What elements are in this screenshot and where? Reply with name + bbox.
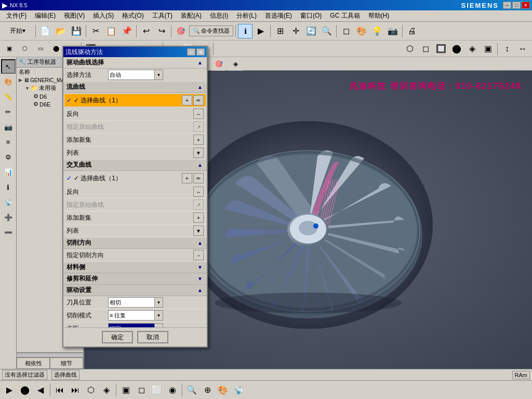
select-method-arrow[interactable]: ▼ <box>155 70 163 80</box>
minimize-button[interactable]: ─ <box>503 2 511 9</box>
new-button[interactable]: 📄 <box>38 24 52 38</box>
menu-assembly[interactable]: 装配(A) <box>177 10 206 21</box>
flow-curve-collapse[interactable]: ▲ <box>196 84 204 91</box>
bt-icon5[interactable]: ⏭ <box>68 383 83 397</box>
bt-icon13[interactable]: ⊕ <box>200 383 215 397</box>
bt-icon15[interactable]: 📡 <box>231 383 246 397</box>
snap-button[interactable]: 🎯 <box>174 24 188 38</box>
viewport-icon2[interactable]: 🎯 <box>211 57 226 71</box>
material-collapse[interactable]: ▼ <box>196 264 204 271</box>
selected-flow-curve-row[interactable]: ✓ ✓ 选择曲线（1） + ✏ <box>64 94 206 107</box>
minus-icon[interactable]: ➖ <box>1 225 16 240</box>
cross-list-row[interactable]: 列表 ▼ <box>63 224 207 237</box>
orient-icon2[interactable]: ↔ <box>515 42 530 56</box>
color-icon[interactable]: 🎨 <box>1 74 16 89</box>
redo-button[interactable]: ↪ <box>154 24 169 38</box>
print-button[interactable]: 🖨 <box>405 24 419 38</box>
render-button[interactable]: 🎨 <box>354 24 369 38</box>
selected-cross-curve-row[interactable]: ✓ ✓ 选择曲线（1） + ✏ <box>64 172 206 184</box>
step-select[interactable]: 恒定 <box>108 323 155 327</box>
dialog-title-buttons[interactable]: ─ ✕ <box>187 48 205 56</box>
detail-button[interactable]: 细节 <box>50 357 83 369</box>
build-icon[interactable]: ⚙ <box>1 150 16 164</box>
close-button[interactable]: ✕ <box>522 2 530 9</box>
dialog-min-button[interactable]: ─ <box>187 48 195 56</box>
cross-addset-btn[interactable]: + <box>193 212 204 223</box>
edit-icon[interactable]: ✏ <box>1 104 16 119</box>
bt-icon9[interactable]: ◻ <box>134 383 149 397</box>
cancel-button[interactable]: 取消 <box>137 331 168 343</box>
view-icon1[interactable]: ⬡ <box>403 42 417 56</box>
menu-view[interactable]: 视图(V) <box>60 10 89 21</box>
layers-icon[interactable]: ≡ <box>1 135 16 149</box>
bt-icon11[interactable]: ◉ <box>165 383 180 397</box>
menu-info[interactable]: 信息(I) <box>206 10 232 21</box>
rotate-button[interactable]: 🔄 <box>304 24 318 38</box>
flow-reverse-btns[interactable]: ↔ <box>193 109 204 119</box>
trim-collapse[interactable]: ▼ <box>196 275 204 283</box>
tb2-icon2[interactable]: ⬡ <box>18 42 32 56</box>
title-bar-buttons[interactable]: ─ □ ✕ <box>503 2 530 9</box>
flow-addset-row[interactable]: 添加新集 + <box>63 134 207 147</box>
flow-addset-btns[interactable]: + <box>193 135 204 145</box>
bt-icon2[interactable]: ⬤ <box>18 383 32 397</box>
cross-curve-collapse[interactable]: ▲ <box>196 162 204 169</box>
open-button[interactable]: 📂 <box>54 24 68 38</box>
step-control[interactable]: 恒定 ▼ <box>108 323 204 327</box>
drive-curve-collapse[interactable]: ▲ <box>196 59 204 66</box>
paste-button[interactable]: 📌 <box>119 24 134 38</box>
info-button[interactable]: ℹ <box>238 24 252 38</box>
flow-curve-edit-btn[interactable]: ✏ <box>193 95 204 105</box>
view-icon4[interactable]: ⬤ <box>449 42 464 56</box>
menu-preferences[interactable]: 首选项(E) <box>261 10 296 21</box>
analyze-icon[interactable]: 📊 <box>1 165 16 179</box>
bt-icon4[interactable]: ⏮ <box>52 383 67 397</box>
bt-icon14[interactable]: 🎨 <box>216 383 230 397</box>
cross-reverse-btn[interactable]: ↔ <box>193 187 204 197</box>
tool-position-control[interactable]: 相切 ▼ <box>108 297 204 308</box>
cut-mode-control[interactable]: ≡ 往复 ▼ <box>108 310 204 321</box>
step-arrow[interactable]: ▼ <box>155 323 163 327</box>
cross-curve-edit-btn[interactable]: ✏ <box>193 173 204 183</box>
view-icon5[interactable]: ◈ <box>465 42 480 56</box>
specify-cut-dir-btn[interactable]: → <box>193 250 204 260</box>
select-method-select[interactable]: 自动 <box>108 70 155 80</box>
light-button[interactable]: 💡 <box>370 24 384 38</box>
cut-mode-arrow[interactable]: ▼ <box>155 310 163 321</box>
move-button[interactable]: ✛ <box>288 24 303 38</box>
menu-insert[interactable]: 插入(S) <box>89 10 118 21</box>
bt-icon3[interactable]: ◀ <box>33 383 48 397</box>
tb2-icon4[interactable]: ⬤ <box>49 42 63 56</box>
bt-icon6[interactable]: ⬡ <box>84 383 98 397</box>
dialog-close-button[interactable]: ✕ <box>196 48 205 56</box>
tool-position-arrow[interactable]: ▼ <box>155 297 163 308</box>
command-search-button[interactable]: 🔍 命令查找器 <box>189 25 233 36</box>
view-icon3[interactable]: 🔲 <box>434 42 448 56</box>
tool-position-select[interactable]: 相切 <box>108 297 155 308</box>
menu-tools[interactable]: 工具(T) <box>148 10 177 21</box>
cut-mode-select[interactable]: ≡ 往复 <box>108 310 155 321</box>
cross-curve-add-btn[interactable]: + <box>182 173 192 183</box>
bt-icon7[interactable]: ◈ <box>99 383 114 397</box>
flow-list-btn[interactable]: ▼ <box>193 148 204 158</box>
cut-button[interactable]: ✂ <box>88 24 103 38</box>
grid-button[interactable]: ⊞ <box>273 24 287 38</box>
bt-icon10[interactable]: ⬜ <box>150 383 164 397</box>
drive-settings-collapse[interactable]: ▲ <box>196 287 204 294</box>
bt-icon12[interactable]: 🔍 <box>184 383 199 397</box>
cross-addset-btns[interactable]: + <box>193 212 204 223</box>
specify-cut-dir-btns[interactable]: → <box>193 250 204 260</box>
cut-direction-collapse[interactable]: ▲ <box>196 240 204 247</box>
tb2-icon1[interactable]: ▣ <box>2 42 17 56</box>
menu-window[interactable]: 窗口(O) <box>296 10 326 21</box>
bt-icon8[interactable]: ▣ <box>118 383 133 397</box>
menu-help[interactable]: 帮助(H) <box>364 10 394 21</box>
selection-icon[interactable]: ↖ <box>1 59 16 74</box>
camera-icon[interactable]: 📷 <box>1 119 16 134</box>
tb2-icon3[interactable]: ▭ <box>33 42 48 56</box>
nav-button[interactable]: ▶ <box>254 24 268 38</box>
measure-icon[interactable]: 📏 <box>1 89 16 104</box>
orient-icon1[interactable]: ↕ <box>500 42 514 56</box>
flow-reverse-btn[interactable]: ↔ <box>193 109 204 119</box>
dep-button[interactable]: 相依性 <box>17 357 50 369</box>
